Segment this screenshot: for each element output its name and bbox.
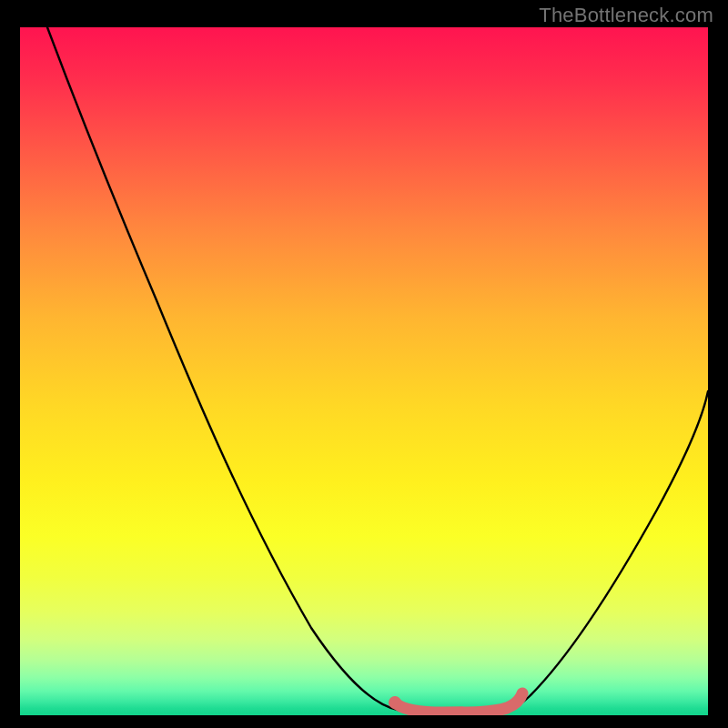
plot-area (20, 27, 708, 715)
optimal-range-marker (395, 693, 522, 713)
curve-layer (20, 27, 708, 715)
attribution-label: TheBottleneck.com (539, 4, 713, 27)
bottleneck-curve (47, 27, 708, 713)
optimal-start-dot (389, 696, 401, 709)
chart-frame: TheBottleneck.com (0, 0, 728, 728)
